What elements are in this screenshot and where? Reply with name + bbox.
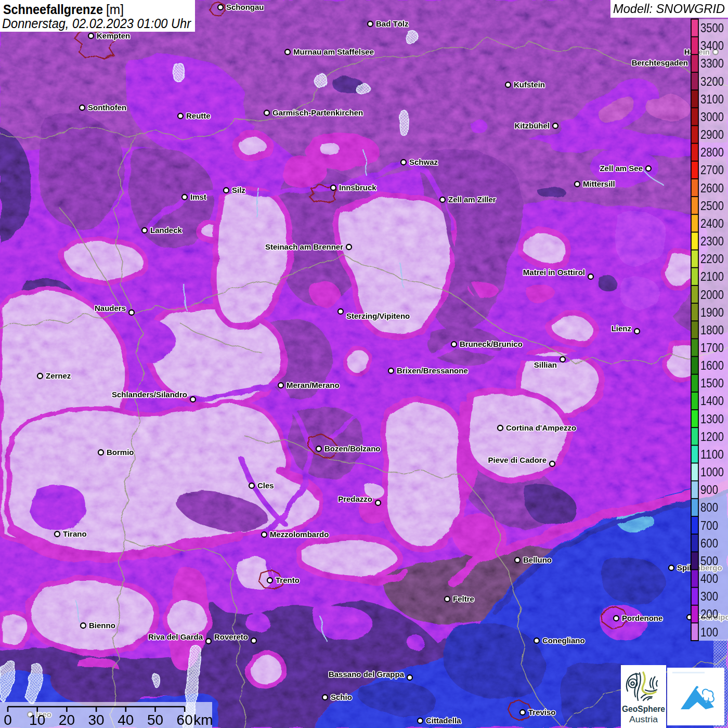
svg-text:Brixen/Bressanone: Brixen/Bressanone [397,366,468,375]
svg-text:Imst: Imst [190,192,206,201]
svg-text:Schongau: Schongau [226,3,264,11]
svg-text:Zernez: Zernez [46,371,71,380]
svg-text:Murnau am Staffelsee: Murnau am Staffelsee [293,47,374,56]
svg-text:Riva del Garda: Riva del Garda [148,632,203,641]
svg-text:3200: 3200 [700,74,724,88]
svg-text:2600: 2600 [700,181,724,195]
svg-text:1500: 1500 [700,376,724,390]
svg-text:200: 200 [700,607,718,621]
svg-text:Pordenone: Pordenone [622,614,662,622]
svg-text:3300: 3300 [700,56,724,70]
svg-text:Silz: Silz [232,186,245,194]
svg-text:1900: 1900 [700,305,724,319]
svg-text:3100: 3100 [700,92,724,106]
svg-text:600: 600 [700,536,718,550]
svg-text:2800: 2800 [700,145,724,159]
svg-text:Treviso: Treviso [528,708,556,717]
svg-text:Predazzo: Predazzo [338,495,372,503]
svg-text:Matrei in Osttirol: Matrei in Osttirol [523,268,585,277]
svg-text:10: 10 [29,712,45,728]
svg-text:Schwaz: Schwaz [409,158,438,166]
svg-text:2300: 2300 [700,234,724,248]
svg-text:GeoSphere: GeoSphere [622,705,665,713]
svg-text:2100: 2100 [700,269,724,283]
svg-text:1300: 1300 [700,412,724,426]
svg-text:Schlanders/Silandro: Schlanders/Silandro [112,390,187,399]
svg-text:800: 800 [700,500,718,514]
svg-text:Cles: Cles [257,481,274,490]
svg-text:3000: 3000 [700,110,724,124]
svg-text:Cortina d'Ampezzo: Cortina d'Ampezzo [506,423,576,432]
svg-text:Belluno: Belluno [523,555,552,564]
svg-text:Donnerstag, 02.02.2023 01:00 U: Donnerstag, 02.02.2023 01:00 Uhr [2,16,191,31]
svg-text:Reutte: Reutte [186,111,211,120]
svg-text:Tirano: Tirano [63,529,87,538]
svg-text:Rovereto: Rovereto [214,632,248,641]
svg-text:40: 40 [118,712,134,728]
svg-text:km: km [193,712,212,728]
svg-text:Bruneck/Brunico: Bruneck/Brunico [460,340,523,348]
svg-text:Bienno: Bienno [89,621,115,630]
svg-text:100: 100 [700,625,718,639]
svg-text:700: 700 [700,518,718,532]
svg-text:2400: 2400 [700,216,724,230]
svg-text:2200: 2200 [700,252,724,266]
svg-text:Steinach am Brenner: Steinach am Brenner [265,242,343,251]
svg-text:Sonthofen: Sonthofen [88,103,126,112]
svg-text:Kitzbühel: Kitzbühel [515,121,550,130]
svg-text:Trento: Trento [276,576,300,584]
svg-text:1400: 1400 [700,394,724,408]
svg-text:Nauders: Nauders [95,304,126,313]
svg-text:Schio: Schio [331,693,352,701]
svg-text:1700: 1700 [700,341,724,355]
svg-text:2000: 2000 [700,288,724,302]
svg-text:Mezzolombardo: Mezzolombardo [270,530,329,539]
svg-text:1600: 1600 [700,358,724,372]
svg-text:Conegliano: Conegliano [542,636,585,645]
svg-text:Lienz: Lienz [612,324,631,333]
svg-text:0: 0 [4,712,12,728]
svg-text:Zell am Ziller: Zell am Ziller [448,195,496,204]
svg-text:50: 50 [147,712,163,728]
svg-text:2900: 2900 [700,127,724,141]
svg-text:1100: 1100 [700,447,724,461]
svg-text:Mittersill: Mittersill [583,179,615,188]
svg-text:1200: 1200 [700,430,724,444]
svg-text:20: 20 [59,712,75,728]
svg-text:Meran/Merano: Meran/Merano [287,381,340,389]
svg-text:400: 400 [700,571,718,586]
svg-text:Modell: SNOWGRID: Modell: SNOWGRID [613,2,725,16]
svg-text:Austria: Austria [629,715,658,724]
svg-text:900: 900 [700,483,718,497]
svg-text:Schneefallgrenze: Schneefallgrenze [3,2,103,17]
svg-text:Feltre: Feltre [453,594,474,603]
svg-text:30: 30 [88,712,105,728]
svg-text:Cittadella: Cittadella [426,716,461,725]
svg-text:3400: 3400 [700,38,724,53]
svg-text:Bad Tölz: Bad Tölz [376,19,409,28]
svg-text:Garmisch-Partenkirchen: Garmisch-Partenkirchen [272,108,363,117]
svg-text:[m]: [m] [106,2,124,17]
svg-text:Innsbruck: Innsbruck [339,183,376,192]
svg-text:Zell am See: Zell am See [600,164,643,173]
svg-text:60: 60 [177,712,193,728]
svg-text:1800: 1800 [700,323,724,337]
svg-text:Landeck: Landeck [150,226,183,235]
svg-text:Sillian: Sillian [534,360,557,369]
svg-text:2700: 2700 [700,163,724,177]
svg-text:Bozen/Bolzano: Bozen/Bolzano [324,444,381,453]
svg-text:Kufstein: Kufstein [514,80,545,89]
svg-text:Bormio: Bormio [107,448,134,457]
svg-text:2500: 2500 [700,199,724,213]
svg-text:Pieve di Cadore: Pieve di Cadore [488,456,547,464]
svg-text:300: 300 [700,589,718,603]
svg-text:Sterzing/Vipiteno: Sterzing/Vipiteno [346,311,410,320]
svg-text:500: 500 [700,554,718,568]
svg-text:1000: 1000 [700,465,724,479]
svg-text:3500: 3500 [700,21,724,35]
svg-text:Bassano del Grappa: Bassano del Grappa [329,670,405,679]
svg-text:Berchtesgaden: Berchtesgaden [632,58,688,67]
svg-text:Kempten: Kempten [97,31,130,40]
